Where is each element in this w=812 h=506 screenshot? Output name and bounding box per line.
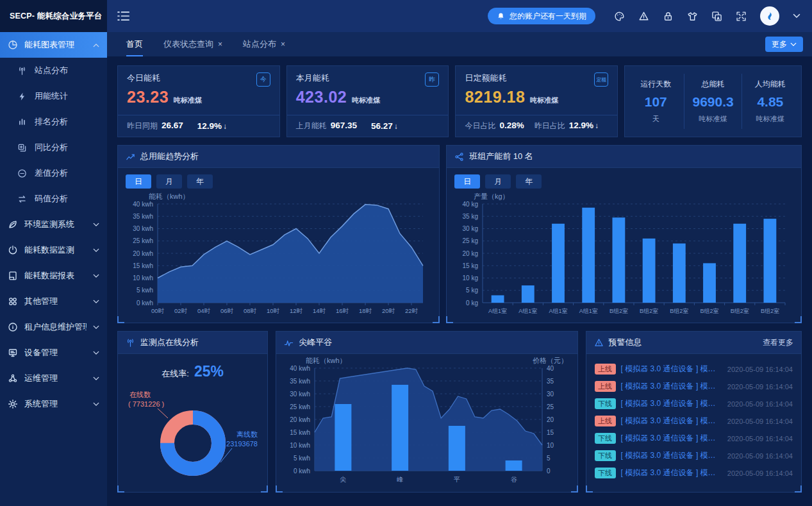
tab-站点分布[interactable]: 站点分布× xyxy=(233,32,295,56)
svg-text:18时: 18时 xyxy=(359,307,372,314)
sidebar-item-排名分析[interactable]: 排名分析 xyxy=(0,109,107,135)
sidebar-group-租户信息维护管理[interactable]: 租户信息维护管理 xyxy=(0,314,107,340)
alert-row[interactable]: 下线[ 模拟器 3.0 通信设备 ] 模拟器 3.0...2020-05-09 … xyxy=(595,464,793,482)
lock-icon[interactable] xyxy=(663,11,674,22)
stat-card-unit: 吨标准煤 xyxy=(530,96,558,105)
alert-row[interactable]: 下线[ 模拟器 3.0 通信设备 ] 模拟器 3.0...2020-05-09 … xyxy=(595,447,793,464)
svg-text:0: 0 xyxy=(547,468,551,475)
svg-text:12时: 12时 xyxy=(290,307,303,314)
stat-card-footer: 上月能耗967.3556.27↓ xyxy=(287,115,449,137)
svg-text:15 kwh: 15 kwh xyxy=(133,262,153,269)
dashboard-content: 今日能耗今23.23吨标准煤昨日同期26.6712.9%↓本月能耗昨423.02… xyxy=(107,56,812,506)
alert-timestamp: 2020-05-09 16:14:04 xyxy=(727,452,793,460)
stat-footer-value: 12.9% xyxy=(197,121,222,131)
alert-triangle-icon[interactable] xyxy=(638,11,649,22)
svg-text:22时: 22时 xyxy=(405,307,418,314)
summary-unit: 吨标准煤 xyxy=(699,114,727,124)
svg-text:5 kwh: 5 kwh xyxy=(294,455,310,462)
status-badge: 上线 xyxy=(595,381,616,392)
compare-icon xyxy=(17,143,27,153)
sidebar-item-站点分布[interactable]: 站点分布 xyxy=(0,58,107,83)
alert-row[interactable]: 上线[ 模拟器 3.0 通信设备 ] 模拟器 3.0...2020-05-09 … xyxy=(595,360,793,378)
stat-footer-pair: 今日占比0.28% xyxy=(465,121,524,131)
sidebar-group-其他管理[interactable]: 其他管理 xyxy=(0,289,107,314)
panel-title: 尖峰平谷 xyxy=(299,337,332,348)
alert-list: 上线[ 模拟器 3.0 通信设备 ] 模拟器 3.0...2020-05-09 … xyxy=(586,354,801,492)
account-notice-pill[interactable]: 您的账户还有一天到期 xyxy=(488,8,595,24)
alert-row[interactable]: 上线[ 模拟器 3.0 通信设备 ] 模拟器 3.0...2020-05-09 … xyxy=(595,378,793,395)
more-button[interactable]: 更多 xyxy=(765,37,803,52)
status-badge: 下线 xyxy=(595,450,616,461)
alert-message[interactable]: [ 模拟器 3.0 通信设备 ] 模拟器 3.0... xyxy=(621,398,722,409)
skin-icon[interactable] xyxy=(687,11,698,22)
sidebar-group-运维管理[interactable]: 运维管理 xyxy=(0,366,107,391)
chevron-down-icon xyxy=(93,351,99,355)
tab-仪表状态查询[interactable]: 仪表状态查询× xyxy=(153,32,233,56)
svg-text:25 kwh: 25 kwh xyxy=(133,237,153,244)
collapse-menu-icon[interactable] xyxy=(117,11,129,21)
sidebar-group-label: 能耗图表管理 xyxy=(24,39,74,51)
view-more-link[interactable]: 查看更多 xyxy=(763,337,793,348)
svg-text:B组2室: B组2室 xyxy=(640,308,658,314)
period-toggle-日[interactable]: 日 xyxy=(126,174,151,189)
svg-text:35: 35 xyxy=(547,378,554,385)
sidebar-item-同比分析[interactable]: 同比分析 xyxy=(0,135,107,160)
language-icon[interactable] xyxy=(711,11,722,22)
alert-message[interactable]: [ 模拟器 3.0 通信设备 ] 模拟器 3.0... xyxy=(621,450,722,461)
alert-message[interactable]: [ 模拟器 3.0 通信设备 ] 模拟器 3.0... xyxy=(621,433,722,444)
chevron-down-icon xyxy=(93,402,99,407)
period-toggle-月[interactable]: 月 xyxy=(156,174,182,189)
close-tab-icon[interactable]: × xyxy=(218,40,222,49)
sidebar-group-能耗数据监测[interactable]: 能耗数据监测 xyxy=(0,237,107,263)
alert-message[interactable]: [ 模拟器 3.0 通信设备 ] 模拟器 3.0... xyxy=(621,416,722,426)
period-toggle-年[interactable]: 年 xyxy=(516,174,542,189)
tab-首页[interactable]: 首页 xyxy=(116,32,153,56)
stat-footer-value: 0.28% xyxy=(499,121,524,130)
sidebar-group-系统管理[interactable]: 系统管理 xyxy=(0,391,107,417)
alert-row[interactable]: 上线[ 模拟器 3.0 通信设备 ] 模拟器 3.0...2020-05-09 … xyxy=(595,412,793,430)
stat-card-日定额能耗: 日定额能耗定额8219.18吨标准煤今日占比0.28%昨日占比12.9%↓ xyxy=(455,65,618,137)
period-toggle-年[interactable]: 年 xyxy=(187,174,213,189)
summary-card: 运行天数107天总能耗9690.3吨标准煤人均能耗4.85吨标准煤 xyxy=(624,65,802,137)
svg-text:25 kwh: 25 kwh xyxy=(290,403,311,410)
svg-text:能耗（kwh）: 能耗（kwh） xyxy=(149,192,190,200)
stat-footer-pair: 56.27↓ xyxy=(367,121,398,131)
period-toggle-月[interactable]: 月 xyxy=(485,174,511,189)
svg-text:产量（kg）: 产量（kg） xyxy=(474,192,510,200)
status-badge: 下线 xyxy=(595,433,616,444)
chevron-down-icon xyxy=(93,325,99,330)
sidebar-group-环境监测系统[interactable]: 环境监测系统 xyxy=(0,212,107,237)
sidebar: SECP- 能耗综合业务平台 能耗图表管理站点分布用能统计排名分析同比分析差值分… xyxy=(0,0,107,506)
alert-row[interactable]: 下线[ 模拟器 3.0 通信设备 ] 模拟器 3.0...2020-05-09 … xyxy=(595,395,793,412)
svg-text:平: 平 xyxy=(454,476,460,483)
tabbar: 首页仪表状态查询×站点分布× 更多 xyxy=(107,32,812,56)
chevron-down-icon[interactable] xyxy=(793,13,800,19)
sidebar-group-能耗图表管理[interactable]: 能耗图表管理 xyxy=(0,32,107,58)
sidebar-item-用能统计[interactable]: 用能统计 xyxy=(0,83,107,109)
calendar-badge-icon: 昨 xyxy=(425,72,439,87)
sidebar-item-差值分析[interactable]: 差值分析 xyxy=(0,160,107,186)
stat-card-value-row: 23.23吨标准煤 xyxy=(127,88,270,106)
period-toggle-日[interactable]: 日 xyxy=(454,174,480,189)
stat-card-value: 423.02 xyxy=(296,88,347,106)
svg-text:价格（元）: 价格（元） xyxy=(533,357,568,364)
stat-footer-label: 昨日同期 xyxy=(127,121,158,130)
alert-message[interactable]: [ 模拟器 3.0 通信设备 ] 模拟器 3.0... xyxy=(621,381,722,392)
sidebar-group-能耗数据报表[interactable]: 能耗数据报表 xyxy=(0,263,107,289)
avatar[interactable] xyxy=(760,6,779,26)
alert-row[interactable]: 下线[ 模拟器 3.0 通信设备 ] 模拟器 3.0...2020-05-09 … xyxy=(595,430,793,447)
status-badge: 下线 xyxy=(595,398,616,409)
sidebar-group-设备管理[interactable]: 设备管理 xyxy=(0,340,107,366)
close-tab-icon[interactable]: × xyxy=(281,40,285,49)
fullscreen-icon[interactable] xyxy=(736,11,747,22)
alert-message[interactable]: [ 模拟器 3.0 通信设备 ] 模拟器 3.0... xyxy=(621,364,722,375)
panel-online-analysis: 监测点在线分析 在线率: 25% 在线数( 7731226 )离线数231936… xyxy=(117,331,268,493)
palette-icon[interactable] xyxy=(614,11,625,22)
sidebar-item-码值分析[interactable]: 码值分析 xyxy=(0,186,107,212)
svg-text:15: 15 xyxy=(547,429,554,436)
alert-message[interactable]: [ 模拟器 3.0 通信设备 ] 模拟器 3.0... xyxy=(621,468,722,478)
stat-footer-label: 上月能耗 xyxy=(296,121,327,130)
panel-title: 预警信息 xyxy=(609,337,642,348)
svg-text:20 kg: 20 kg xyxy=(463,250,478,257)
chevron-down-icon xyxy=(93,274,99,278)
